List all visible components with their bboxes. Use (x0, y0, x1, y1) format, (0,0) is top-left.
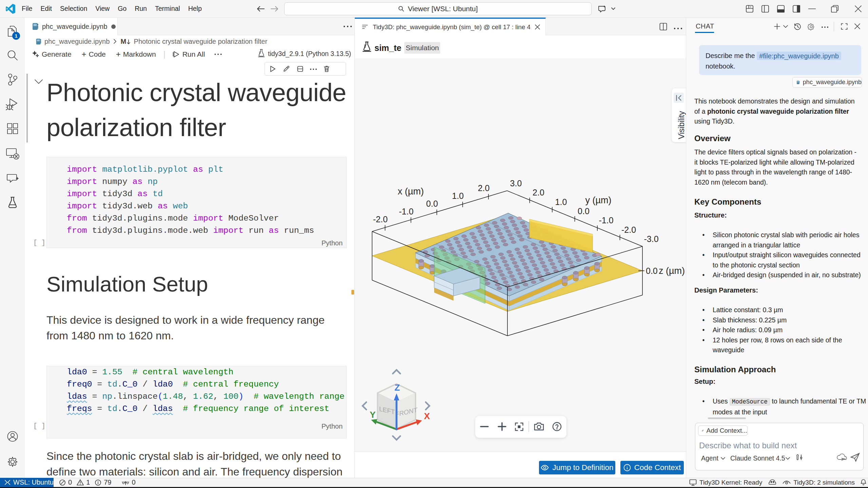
svg-text:Z: Z (394, 382, 400, 393)
svg-text:3.0: 3.0 (510, 179, 522, 188)
svg-text:X: X (424, 411, 430, 421)
svg-text:1.0: 1.0 (452, 191, 464, 201)
svg-text:-1.0: -1.0 (599, 215, 613, 225)
svg-text:Y: Y (370, 410, 375, 420)
svg-text:0.0: 0.0 (578, 206, 590, 216)
svg-text:-2.0: -2.0 (373, 214, 388, 224)
svg-text:2.0: 2.0 (533, 188, 544, 197)
svg-text:2.0: 2.0 (478, 183, 490, 193)
svg-text:0.0: 0.0 (426, 199, 438, 208)
svg-text:y (µm): y (µm) (585, 195, 611, 205)
svg-text:0.0: 0.0 (646, 266, 658, 276)
svg-text:-3.0: -3.0 (644, 234, 658, 244)
svg-text:-1.0: -1.0 (399, 207, 413, 216)
svg-text:1.0: 1.0 (555, 197, 567, 207)
svg-text:z (µm): z (µm) (659, 266, 685, 276)
svg-text:x (µm): x (µm) (398, 186, 424, 196)
svg-text:-2.0: -2.0 (621, 225, 636, 234)
